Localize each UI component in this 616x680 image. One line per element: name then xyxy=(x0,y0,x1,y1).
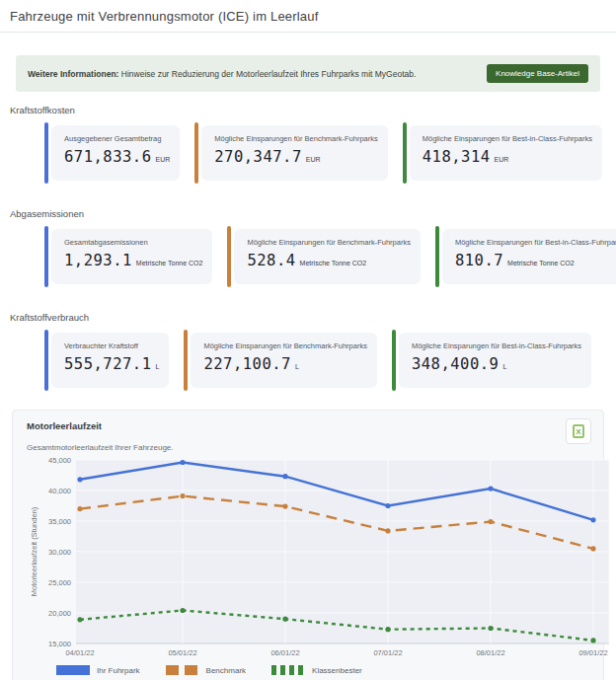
kpi-label: Gesamtabgasemissionen xyxy=(64,238,202,247)
y-axis-title: Motorleerlaufzeit (Stunden) xyxy=(30,506,38,596)
x-tick-label: 04/01/22 xyxy=(65,648,94,657)
excel-export-icon: X xyxy=(573,424,584,438)
kpi-value: 418,314 xyxy=(423,148,491,166)
series-point-1-5[interactable] xyxy=(590,546,595,551)
kpi-unit: EUR xyxy=(156,156,171,163)
series-point-2-5[interactable] xyxy=(590,638,595,642)
kpi-value: 810.7 xyxy=(455,252,503,269)
kpi-card: Mögliche Einsparungen für Best-in-Class-… xyxy=(442,229,616,284)
kpi-value: 270,347.7 xyxy=(214,148,302,166)
kpi-label: Mögliche Einsparungen für Benchmark-Fuhr… xyxy=(247,238,411,247)
page-header: Fahrzeuge mit Verbrennungsmotor (ICE) im… xyxy=(0,0,616,33)
kpi-card: Mögliche Einsparungen für Benchmark-Fuhr… xyxy=(201,125,388,181)
series-point-1-0[interactable] xyxy=(77,506,82,511)
series-point-0-1[interactable] xyxy=(180,460,185,465)
kpi-unit: EUR xyxy=(495,156,509,163)
kpi-value: 671,833.6 xyxy=(64,148,152,166)
series-point-0-4[interactable] xyxy=(488,487,493,491)
kpi-unit: EUR xyxy=(306,156,321,163)
info-banner-message: Hinweise zur Reduzierung der Motorleerla… xyxy=(121,69,417,79)
kpi-value: 227,100.7 xyxy=(203,355,291,373)
series-point-1-2[interactable] xyxy=(282,504,287,509)
kpi-card: Mögliche Einsparungen für Benchmark-Fuhr… xyxy=(234,229,421,284)
kpi-unit: Metrische Tonne CO2 xyxy=(136,260,203,266)
chart-subtitle: Gesamtmotorleerlaufzeit Ihrer Fahrzeuge. xyxy=(27,443,589,452)
card-accent-bar xyxy=(227,226,231,287)
series-point-2-2[interactable] xyxy=(282,617,287,622)
series-point-1-1[interactable] xyxy=(180,493,185,498)
x-tick-label: 09/01/22 xyxy=(578,648,607,657)
card-accent-bar xyxy=(184,330,188,391)
series-point-2-1[interactable] xyxy=(180,608,185,613)
chart-legend: Ihr Fuhrpark Benchmark Klassenbester xyxy=(56,665,589,675)
chart-title: Motorleerlaufzeit xyxy=(27,420,589,431)
y-tick-label: 25,000 xyxy=(48,578,71,587)
y-tick-label: 45,000 xyxy=(48,456,71,465)
card-accent-bar xyxy=(403,122,407,184)
kpi-unit: L xyxy=(295,363,299,370)
kpi-label: Ausgegebener Gesamtbetrag xyxy=(64,134,170,143)
series-point-2-3[interactable] xyxy=(385,627,390,632)
legend-swatch-dotted xyxy=(271,665,305,675)
card-accent-bar xyxy=(392,330,396,391)
series-point-0-2[interactable] xyxy=(282,474,287,479)
kpi-unit: Metrische Tonne CO2 xyxy=(300,260,367,266)
series-point-1-4[interactable] xyxy=(488,519,493,524)
kpi-label: Mögliche Einsparungen für Benchmark-Fuhr… xyxy=(214,134,378,143)
legend-swatch-dashed xyxy=(166,665,199,675)
kpi-value: 1,293.1 xyxy=(64,252,132,269)
series-point-0-5[interactable] xyxy=(590,517,595,522)
kpi-label: Mögliche Einsparungen für Best-in-Class-… xyxy=(423,134,592,143)
section-title: Kraftstoffkosten xyxy=(10,105,616,115)
legend-label: Ihr Fuhrpark xyxy=(97,666,140,675)
kpi-label: Verbrauchter Kraftstoff xyxy=(64,341,159,350)
x-tick-label: 05/01/22 xyxy=(168,648,196,657)
kpi-card: Gesamtabgasemissionen 1,293.1Metrische T… xyxy=(51,229,212,284)
legend-item-klassenbester[interactable]: Klassenbester xyxy=(271,665,362,675)
line-chart: 15,00020,00025,00030,00035,00040,00045,0… xyxy=(27,454,613,663)
kpi-card: Mögliche Einsparungen für Benchmark-Fuhr… xyxy=(191,333,377,388)
series-point-0-0[interactable] xyxy=(77,477,82,482)
section-title: Abgasemissionen xyxy=(10,208,616,219)
y-tick-label: 15,000 xyxy=(48,640,71,648)
series-point-2-0[interactable] xyxy=(77,617,82,622)
legend-item-ihr-fuhrpark[interactable]: Ihr Fuhrpark xyxy=(56,665,140,675)
cards-row: Gesamtabgasemissionen 1,293.1Metrische T… xyxy=(51,229,588,284)
info-banner: Weitere Informationen: Hinweise zur Redu… xyxy=(16,55,600,92)
section-fuel-consumption: Kraftstoffverbrauch Verbrauchter Kraftst… xyxy=(0,312,616,388)
kpi-label: Mögliche Einsparungen für Benchmark-Fuhr… xyxy=(203,341,367,350)
legend-swatch-solid xyxy=(56,665,90,675)
y-tick-label: 35,000 xyxy=(48,517,71,526)
page-title: Fahrzeuge mit Verbrennungsmotor (ICE) im… xyxy=(10,9,604,24)
y-tick-label: 40,000 xyxy=(48,487,71,495)
kpi-card: Verbrauchter Kraftstoff 555,727.1L xyxy=(51,333,169,388)
kpi-value: 528.4 xyxy=(247,252,295,269)
export-excel-button[interactable]: X xyxy=(566,418,591,444)
series-point-2-4[interactable] xyxy=(488,626,493,631)
card-accent-bar xyxy=(44,122,48,184)
x-tick-label: 08/01/22 xyxy=(476,648,504,657)
info-banner-text: Weitere Informationen: Hinweise zur Redu… xyxy=(28,69,416,79)
legend-label: Klassenbester xyxy=(312,666,362,675)
card-accent-bar xyxy=(194,122,198,184)
info-banner-label: Weitere Informationen: xyxy=(28,69,118,79)
legend-label: Benchmark xyxy=(206,666,246,675)
knowledge-base-button[interactable]: Knowledge Base-Artikel xyxy=(487,64,588,83)
section-fuel-costs: Kraftstoffkosten Ausgegebener Gesamtbetr… xyxy=(0,105,616,181)
x-tick-label: 07/01/22 xyxy=(373,648,402,657)
idle-time-chart-panel: Motorleerlaufzeit X Gesamtmotorleerlaufz… xyxy=(12,410,604,680)
kpi-unit: Metrische Tonne CO2 xyxy=(507,260,575,266)
kpi-value: 348,400.9 xyxy=(412,355,500,373)
kpi-unit: L xyxy=(156,363,160,370)
kpi-label: Mögliche Einsparungen für Best-in-Class-… xyxy=(412,341,581,350)
kpi-unit: L xyxy=(502,363,506,370)
card-accent-bar xyxy=(435,226,439,287)
legend-item-benchmark[interactable]: Benchmark xyxy=(166,665,246,675)
card-accent-bar xyxy=(44,226,48,287)
x-tick-label: 06/01/22 xyxy=(270,648,299,657)
kpi-card: Mögliche Einsparungen für Best-in-Class-… xyxy=(410,125,602,181)
kpi-label: Mögliche Einsparungen für Best-in-Class-… xyxy=(455,238,616,247)
series-point-0-3[interactable] xyxy=(385,503,390,508)
series-point-1-3[interactable] xyxy=(385,528,390,533)
card-accent-bar xyxy=(44,330,48,391)
